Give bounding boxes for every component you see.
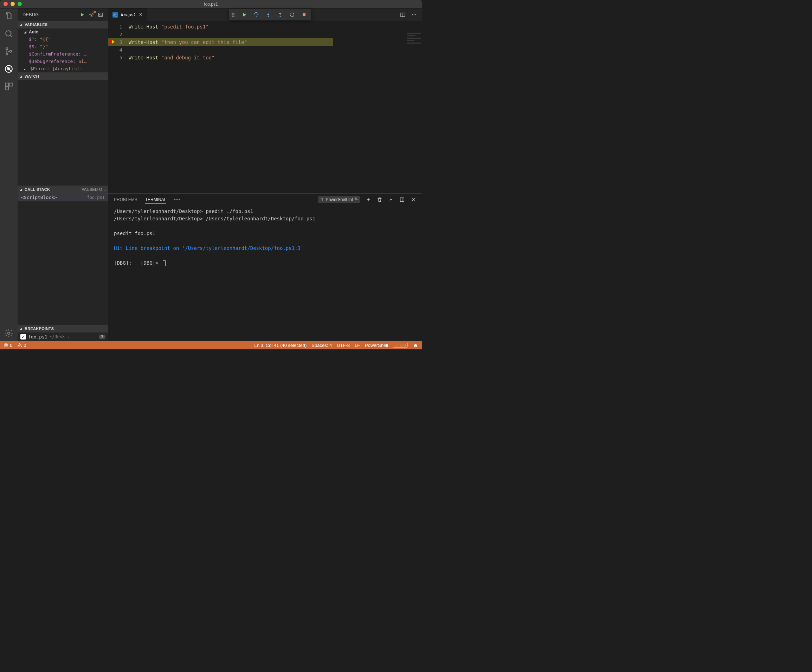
terminal-cursor xyxy=(163,261,165,266)
debug-config-gear-icon[interactable] xyxy=(89,12,94,17)
close-tab-icon[interactable]: ✕ xyxy=(139,12,143,17)
bottom-panel: PROBLEMS TERMINAL ••• 1: PowerShell Int … xyxy=(108,193,422,341)
status-eol[interactable]: LF xyxy=(355,343,360,348)
svg-point-19 xyxy=(415,14,416,15)
svg-point-13 xyxy=(268,16,269,17)
code-area[interactable]: Write-Host "psedit foo.ps1" Write-Host "… xyxy=(129,23,422,61)
code-editor[interactable]: 1 2 3 4 5 Write-Host "psedit foo.ps1" Wr… xyxy=(108,21,422,61)
svg-point-14 xyxy=(280,16,281,17)
new-terminal-icon[interactable] xyxy=(365,197,371,203)
breakpoints-title: BREAKPOINTS xyxy=(25,326,54,331)
status-errors[interactable]: 0 xyxy=(3,343,12,348)
svg-point-17 xyxy=(412,14,413,15)
traffic-zoom[interactable] xyxy=(17,2,22,6)
activity-bar xyxy=(0,9,17,341)
traffic-minimize[interactable] xyxy=(10,2,15,6)
step-over-button[interactable] xyxy=(251,10,262,20)
breakpoints-section-header[interactable]: ◢ BREAKPOINTS xyxy=(17,325,108,333)
panel-maximize-icon[interactable] xyxy=(399,197,405,203)
terminal-output[interactable]: /Users/tylerleonhardt/Desktop> psedit ./… xyxy=(108,206,422,269)
svg-point-2 xyxy=(6,53,8,55)
variable-row[interactable]: $ConfirmPreference: … xyxy=(17,50,108,58)
breakpoint-checkbox[interactable]: ✓ xyxy=(20,334,26,339)
svg-point-0 xyxy=(6,31,11,36)
breakpoint-row[interactable]: ✓ foo.ps1 ~/Desk.. 3 xyxy=(17,333,108,341)
svg-point-5 xyxy=(7,68,10,71)
breakpoints-section: ✓ foo.ps1 ~/Desk.. 3 xyxy=(17,333,108,341)
debug-toolbar-grip[interactable] xyxy=(232,13,237,17)
tab-terminal[interactable]: TERMINAL xyxy=(145,196,167,204)
editor-group: >_ foo.ps1 ✕ 1 2 xyxy=(108,9,422,341)
step-out-button[interactable] xyxy=(275,10,286,20)
variables-section-header[interactable]: ◢ VARIABLES xyxy=(17,21,108,29)
callstack-frame[interactable]: <ScriptBlock> foo.ps1 xyxy=(17,193,108,201)
debug-title: DEBUG xyxy=(22,12,39,17)
svg-rect-8 xyxy=(5,87,9,90)
status-language[interactable]: PowerShell xyxy=(365,343,388,348)
svg-rect-15 xyxy=(303,14,305,16)
debug-icon[interactable] xyxy=(4,64,14,74)
window-title: foo.ps1 xyxy=(204,2,218,7)
status-warnings[interactable]: 0 xyxy=(17,343,26,348)
panel-tabs: PROBLEMS TERMINAL ••• 1: PowerShell Int xyxy=(108,194,422,206)
extensions-icon[interactable] xyxy=(4,82,14,91)
svg-point-18 xyxy=(414,14,415,15)
callstack-title: CALL STACK xyxy=(25,187,50,191)
line-gutter: 1 2 3 4 5 xyxy=(108,23,129,61)
panel-up-icon[interactable] xyxy=(388,197,394,203)
debug-toolbar[interactable] xyxy=(229,9,311,20)
status-spaces[interactable]: Spaces: 4 xyxy=(311,343,332,348)
watch-section xyxy=(17,80,108,186)
more-actions-icon[interactable] xyxy=(411,12,417,17)
stop-button[interactable] xyxy=(299,10,310,20)
files-icon[interactable] xyxy=(4,11,14,21)
watch-title: WATCH xyxy=(25,74,39,78)
watch-section-header[interactable]: ◢ WATCH xyxy=(17,72,108,80)
settings-gear-icon[interactable] xyxy=(4,328,14,338)
svg-rect-6 xyxy=(5,83,9,86)
traffic-close[interactable] xyxy=(3,2,8,6)
editor-tab-foo[interactable]: >_ foo.ps1 ✕ xyxy=(108,9,147,21)
callstack-status: PAUSED O… xyxy=(82,187,106,191)
split-editor-icon[interactable] xyxy=(400,12,406,17)
debug-side-panel: DEBUG ◢ VARIABLES ◢ Auto $^: "@{" $$: "}… xyxy=(17,9,108,341)
panel-overflow-icon[interactable]: ••• xyxy=(174,197,181,202)
status-feedback-icon[interactable]: ☻ xyxy=(413,342,418,348)
kill-terminal-icon[interactable] xyxy=(377,197,382,203)
svg-point-12 xyxy=(256,16,257,17)
callstack-section-header[interactable]: ◢ CALL STACK PAUSED O… xyxy=(17,186,108,193)
status-ps-version[interactable]: 6.0 xyxy=(393,343,408,348)
variables-group-auto[interactable]: ◢ Auto xyxy=(17,29,108,36)
search-icon[interactable] xyxy=(4,29,14,39)
debug-header: DEBUG xyxy=(17,9,108,21)
svg-point-10 xyxy=(91,14,92,15)
source-control-icon[interactable] xyxy=(4,46,14,56)
variable-row[interactable]: $$: "}" xyxy=(17,43,108,50)
status-encoding[interactable]: UTF-8 xyxy=(337,343,350,348)
status-cursor-pos[interactable]: Ln 3, Col 41 (40 selected) xyxy=(254,343,307,348)
editor-tabs: >_ foo.ps1 ✕ xyxy=(108,9,422,21)
variable-row[interactable]: ▸ $Error: [ArrayList: xyxy=(17,65,108,72)
panel-close-icon[interactable] xyxy=(411,197,416,203)
continue-button[interactable] xyxy=(239,10,250,20)
variable-row[interactable]: $DebugPreference: Si… xyxy=(17,58,108,65)
powershell-file-icon: >_ xyxy=(113,12,118,17)
step-into-button[interactable] xyxy=(263,10,274,20)
svg-point-3 xyxy=(10,50,12,52)
tab-label: foo.ps1 xyxy=(121,12,136,17)
callstack-section: <ScriptBlock> foo.ps1 xyxy=(17,193,108,201)
tab-problems[interactable]: PROBLEMS xyxy=(114,196,137,203)
status-bar: 0 0 Ln 3, Col 41 (40 selected) Spaces: 4… xyxy=(0,341,422,350)
restart-button[interactable] xyxy=(287,10,298,20)
variables-title: VARIABLES xyxy=(25,22,48,27)
window-titlebar: foo.ps1 xyxy=(0,0,422,9)
variable-row[interactable]: $^: "@{" xyxy=(17,36,108,43)
svg-rect-11 xyxy=(99,13,102,16)
svg-point-1 xyxy=(6,48,8,49)
svg-point-9 xyxy=(8,332,10,334)
terminal-selector[interactable]: 1: PowerShell Int xyxy=(318,196,360,203)
start-debug-icon[interactable] xyxy=(79,12,85,17)
debug-console-icon[interactable] xyxy=(98,12,103,17)
breakpoint-marker-icon[interactable] xyxy=(109,40,113,44)
variables-section: ◢ Auto $^: "@{" $$: "}" $ConfirmPreferen… xyxy=(17,29,108,72)
